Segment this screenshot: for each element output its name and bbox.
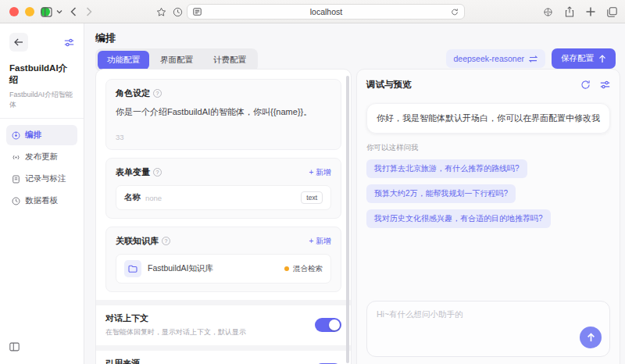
- knowledge-base-title: 关联知识库: [116, 235, 159, 247]
- scrollbar[interactable]: [346, 76, 349, 363]
- knowledge-base-section: 关联知识库 ? + 新增 FastbuildAI知识库 混合检索: [105, 227, 341, 292]
- tab-function-config[interactable]: 功能配置: [98, 51, 149, 70]
- sidebar-item-publish[interactable]: 发布更新: [6, 147, 77, 167]
- knowledge-base-row[interactable]: FastbuildAI知识库 混合检索: [116, 254, 331, 284]
- divider: [96, 300, 351, 305]
- suggested-question[interactable]: 我对历史文化很感兴趣，有合适的目的地推荐吗?: [366, 209, 551, 228]
- status-dot: [284, 266, 289, 271]
- folder-icon: [124, 260, 141, 277]
- url-text: localhost: [202, 7, 451, 16]
- share-icon[interactable]: [565, 6, 574, 17]
- save-config-label: 保存配置: [561, 53, 594, 64]
- toggle-row-citation: 引用来源 当回答引用了文档后，可查看回答对应的文档来源: [105, 351, 341, 364]
- chat-input[interactable]: [367, 302, 609, 356]
- variable-value: none: [145, 194, 301, 202]
- variable-row[interactable]: 名称 none text: [116, 185, 331, 210]
- sidebar-item-records[interactable]: 记录与标注: [6, 169, 77, 189]
- orchestrate-icon: [12, 131, 20, 140]
- config-panel: 角色设定 ? 你是一个介绍FastbuildAI的智能体，你叫{{name}}。…: [95, 69, 352, 364]
- variable-type-badge: text: [301, 191, 323, 204]
- browser-sidebar-icon[interactable]: [41, 0, 52, 23]
- browser-chrome: localhost: [0, 0, 625, 23]
- sidebar-item-label: 发布更新: [25, 152, 58, 162]
- agent-settings-sliders-icon[interactable]: [64, 37, 74, 48]
- chat-input-container: [366, 301, 610, 357]
- suggested-question[interactable]: 预算大约2万，能帮我规划一下行程吗?: [366, 184, 516, 203]
- toggle-title: 引用来源: [105, 358, 307, 364]
- app-sidebar: FastbuildAI介绍 FastbuildAI介绍智能体 编排 发布更新 记…: [0, 23, 84, 364]
- broadcast-icon: [12, 153, 20, 162]
- divider: [96, 345, 351, 351]
- knowledge-base-name: FastbuildAI知识库: [148, 263, 284, 274]
- browser-back-button[interactable]: [70, 0, 77, 23]
- reader-view-icon[interactable]: [193, 8, 202, 16]
- sidebar-menu: 编排 发布更新 记录与标注 数据看板: [0, 119, 84, 217]
- agent-title: FastbuildAI介绍: [0, 52, 84, 86]
- agent-subtitle: FastbuildAI介绍智能体: [0, 86, 84, 119]
- tab-overview-icon[interactable]: [607, 7, 617, 17]
- tab-interface-config[interactable]: 界面配置: [151, 51, 202, 70]
- help-icon[interactable]: ?: [162, 237, 170, 245]
- sidebar-item-orchestrate[interactable]: 编排: [6, 125, 77, 145]
- swap-model-icon: [529, 55, 538, 62]
- toggle-row-context: 对话上下文 在智能体回复时，显示对话上下文，默认显示: [105, 305, 341, 345]
- toggle-title: 对话上下文: [105, 312, 307, 324]
- add-variable-link[interactable]: + 新增: [309, 167, 331, 178]
- new-tab-icon[interactable]: [586, 7, 595, 16]
- app-window: localhost: [0, 0, 625, 364]
- reset-chat-icon[interactable]: [580, 80, 591, 90]
- help-icon[interactable]: ?: [153, 89, 162, 98]
- collapse-sidebar-icon[interactable]: [9, 341, 20, 355]
- reload-icon[interactable]: [451, 8, 459, 16]
- sidebar-item-label: 记录与标注: [25, 173, 66, 184]
- preview-panel: 调试与预览 你好，我是智能体默认开场白，你可以在界面配置中修改我 你可以这样问我…: [356, 69, 620, 364]
- main-content: 编排 功能配置 界面配置 计费配置 deepseek-reasoner 保存配置: [84, 23, 625, 364]
- model-name: deepseek-reasoner: [454, 54, 524, 63]
- save-config-button[interactable]: 保存配置: [552, 48, 616, 69]
- tab-billing-config[interactable]: 计费配置: [204, 51, 255, 70]
- role-setting-title: 角色设定: [116, 87, 150, 99]
- role-prompt-text[interactable]: 你是一个介绍FastbuildAI的智能体，你叫{{name}}。: [116, 105, 331, 119]
- save-upload-icon: [598, 55, 606, 63]
- document-icon: [12, 175, 20, 184]
- variable-name: 名称: [124, 192, 141, 203]
- send-button[interactable]: [580, 327, 602, 348]
- page-title: 编排: [95, 31, 116, 45]
- retrieval-mode-label: 混合检索: [293, 264, 323, 274]
- role-setting-section: 角色设定 ? 你是一个介绍FastbuildAI的智能体，你叫{{name}}。…: [105, 79, 341, 150]
- assistant-greeting-bubble: 你好，我是智能体默认开场白，你可以在界面配置中修改我: [366, 103, 610, 134]
- add-knowledge-base-link[interactable]: + 新增: [309, 236, 331, 247]
- browser-forward-button[interactable]: [86, 0, 92, 23]
- sidebar-item-dashboard[interactable]: 数据看板: [6, 191, 77, 211]
- bookmark-star-icon[interactable]: [156, 0, 166, 23]
- sidebar-item-label: 编排: [25, 130, 41, 141]
- suggested-question[interactable]: 我打算去北京旅游，有什么推荐的路线吗?: [366, 159, 527, 178]
- suggestions-label: 你可以这样问我: [366, 143, 610, 153]
- window-close-button[interactable]: [9, 7, 19, 16]
- browser-settings-icon[interactable]: [543, 7, 553, 17]
- model-selector[interactable]: deepseek-reasoner: [446, 49, 545, 68]
- window-minimize-button[interactable]: [25, 7, 34, 16]
- sidebar-item-label: 数据看板: [25, 195, 58, 206]
- dashboard-clock-icon: [12, 197, 20, 205]
- address-bar[interactable]: localhost: [187, 4, 465, 20]
- form-variables-title: 表单变量: [116, 166, 150, 178]
- toggle-desc: 在智能体回复时，显示对话上下文，默认显示: [105, 327, 307, 337]
- char-count: 33: [116, 133, 331, 141]
- context-toggle[interactable]: [315, 318, 341, 332]
- chevron-down-icon[interactable]: [56, 0, 62, 23]
- back-button[interactable]: [9, 33, 28, 52]
- preview-settings-sliders-icon[interactable]: [600, 80, 610, 90]
- retrieval-mode: 混合检索: [284, 264, 323, 274]
- history-clock-icon[interactable]: [173, 0, 183, 23]
- preview-title: 调试与预览: [366, 79, 412, 91]
- form-variables-section: 表单变量 ? + 新增 名称 none text: [105, 158, 341, 219]
- help-icon[interactable]: ?: [153, 168, 162, 177]
